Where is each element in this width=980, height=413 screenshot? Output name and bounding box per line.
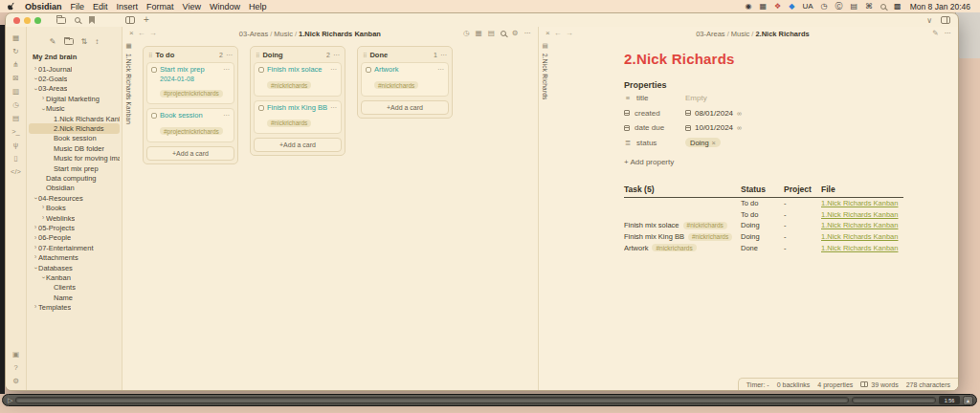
breadcrumb-segment[interactable]: 03-Areas: [696, 30, 724, 38]
tree-item-01-journal[interactable]: ›01-Journal: [29, 64, 120, 74]
more-options-icon[interactable]: ⋯: [223, 112, 230, 119]
property-value[interactable]: Doing×: [685, 138, 721, 147]
task-tag[interactable]: #nickrichards: [652, 244, 696, 251]
breadcrumb-segment[interactable]: Music: [274, 30, 293, 38]
menu-item-help[interactable]: Help: [249, 2, 267, 11]
time-machine-icon[interactable]: ◷: [821, 3, 828, 11]
tree-item-06-people[interactable]: ›06-People: [29, 233, 120, 243]
property-key[interactable]: ≣status: [624, 139, 685, 147]
graph-view-icon[interactable]: ⋔: [12, 60, 18, 69]
help-icon[interactable]: ?: [13, 363, 17, 372]
card-tag[interactable]: #nickrichards: [374, 81, 418, 89]
menu-item-insert[interactable]: Insert: [117, 2, 139, 11]
add-card-button[interactable]: +Add a card: [254, 138, 342, 152]
file-link[interactable]: 1.Nick Richards Kanban: [821, 199, 903, 207]
sort-icon[interactable]: ⇅: [81, 37, 88, 46]
player-track-segment[interactable]: [852, 397, 936, 403]
property-key[interactable]: created: [624, 109, 685, 118]
card-checkbox[interactable]: [151, 67, 157, 73]
card-tag[interactable]: #projectnickrichards: [160, 90, 223, 98]
search-tab-icon[interactable]: [75, 17, 80, 23]
breadcrumb-segment[interactable]: 03-Areas: [239, 30, 268, 38]
tree-item-07-entertainment[interactable]: ›07-Entertainment: [29, 243, 120, 252]
new-tab-button[interactable]: +: [144, 15, 149, 25]
display-status-icon[interactable]: ▤: [851, 3, 858, 11]
files-tab-icon[interactable]: [56, 17, 66, 24]
canvas-icon[interactable]: ⊠: [12, 74, 18, 82]
property-chip[interactable]: Doing×: [685, 138, 721, 147]
kanban-icon[interactable]: ▥: [12, 87, 19, 96]
tree-item-02-goals[interactable]: ›02-Goals: [29, 74, 120, 83]
tree-item-05-projects[interactable]: ›05-Projects: [29, 223, 120, 232]
card-tag[interactable]: #projectnickrichards: [160, 127, 223, 135]
statusbar-0-backlinks[interactable]: 0 backlinks: [777, 381, 811, 388]
more-options-icon[interactable]: ⋯: [945, 30, 952, 37]
forward-icon[interactable]: →: [566, 30, 573, 37]
vault-switcher-icon[interactable]: ▣: [12, 350, 19, 359]
new-folder-icon[interactable]: [64, 38, 74, 45]
tree-item-music-for-moving-image[interactable]: Music for moving image: [29, 154, 120, 163]
close-tab-icon[interactable]: ×: [129, 30, 134, 37]
drag-handle-icon[interactable]: ⠿: [363, 53, 367, 58]
settings-icon[interactable]: ⚙: [12, 377, 19, 385]
daily-note-icon[interactable]: ◷: [12, 100, 19, 109]
collapse-all-icon[interactable]: ↕: [95, 37, 99, 46]
more-options-icon[interactable]: ⋯: [333, 52, 340, 59]
right-sidebar-toggle-icon[interactable]: [941, 16, 950, 24]
stacked-tab-spine[interactable]: ▤ 2.Nick Richards: [539, 40, 551, 390]
tree-item-book-session[interactable]: Book session: [29, 134, 120, 143]
link-icon[interactable]: ∞: [737, 110, 742, 117]
tree-item-obsidian[interactable]: Obsidian: [29, 184, 120, 193]
file-link[interactable]: 1.Nick Richards Kanban: [821, 210, 903, 219]
menubar-clock[interactable]: Mon 8 Jan 20:46: [910, 2, 970, 11]
settings-icon[interactable]: ⚙: [512, 30, 519, 37]
back-icon[interactable]: ←: [138, 30, 145, 37]
calendar-icon[interactable]: ▤: [12, 114, 19, 122]
add-card-button[interactable]: +Add a card: [361, 100, 449, 115]
kanban-card[interactable]: Finish mix solace⋯#nickrichards: [254, 62, 342, 97]
kanban-card[interactable]: Book session⋯#projectnickrichards: [146, 108, 234, 142]
player-track[interactable]: [15, 397, 849, 403]
tree-item-03-areas[interactable]: ›03-Areas: [29, 84, 120, 94]
property-key[interactable]: date due: [624, 123, 685, 132]
clock-icon[interactable]: ◷: [463, 30, 470, 37]
link-icon[interactable]: ∞: [737, 124, 742, 131]
property-key[interactable]: ≡title: [624, 94, 685, 102]
player-eject-icon[interactable]: ▲: [963, 396, 973, 405]
chevron-down-icon[interactable]: ∨: [926, 16, 932, 25]
tree-item-kanban[interactable]: ›Kanban: [29, 272, 120, 282]
menu-item-file[interactable]: File: [71, 2, 85, 11]
file-link[interactable]: 1.Nick Richards Kanban: [821, 221, 903, 229]
kanban-card[interactable]: Finish mix King BB⋯#nickrichards: [254, 100, 342, 135]
forward-icon[interactable]: →: [149, 30, 157, 37]
tree-item-books[interactable]: ›Books: [29, 203, 120, 212]
stacked-tab-spine[interactable]: ▦ 1.Nick Richards Kanban: [122, 40, 135, 390]
breadcrumb-segment[interactable]: 1.Nick Richards Kanban: [299, 30, 381, 38]
more-options-icon[interactable]: ⋯: [226, 52, 233, 59]
statusbar-4-properties[interactable]: 4 properties: [817, 381, 853, 388]
more-options-icon[interactable]: ⋯: [223, 66, 230, 73]
menu-item-window[interactable]: Window: [210, 2, 240, 11]
c-app-icon[interactable]: Ⓒ: [835, 3, 843, 11]
breadcrumb-segment[interactable]: Music: [731, 30, 750, 38]
input-source-label[interactable]: UA: [802, 3, 813, 11]
tree-item-templates[interactable]: ›Templates: [29, 302, 120, 312]
menu-item-edit[interactable]: Edit: [93, 2, 108, 11]
property-value[interactable]: 10/01/2024∞: [685, 123, 742, 132]
kanban-card[interactable]: Start mix prep⋯2024-01-08#projectnickric…: [146, 62, 234, 104]
more-options-icon[interactable]: ⋯: [524, 30, 532, 37]
more-options-icon[interactable]: ⋯: [437, 66, 444, 73]
tree-item-weblinks[interactable]: ›Weblinks: [29, 213, 120, 223]
shortcut-status-icon[interactable]: ⌘: [865, 3, 873, 11]
keyboard-status-icon[interactable]: ▦: [760, 3, 768, 11]
document-icon[interactable]: ▤: [488, 30, 495, 37]
drag-handle-icon[interactable]: ⠿: [148, 53, 152, 58]
tree-item-name[interactable]: Name: [29, 293, 120, 302]
tree-item-data-computing[interactable]: Data computing: [29, 173, 120, 183]
mobile-icon[interactable]: ▯: [13, 154, 17, 163]
play-icon[interactable]: ▷: [8, 397, 12, 403]
task-tag[interactable]: #nickrichards: [688, 233, 732, 241]
control-center-icon[interactable]: ▩: [894, 3, 902, 11]
tree-item-databases[interactable]: ›Databases: [29, 263, 120, 272]
bookmarks-tab-icon[interactable]: [89, 16, 95, 24]
